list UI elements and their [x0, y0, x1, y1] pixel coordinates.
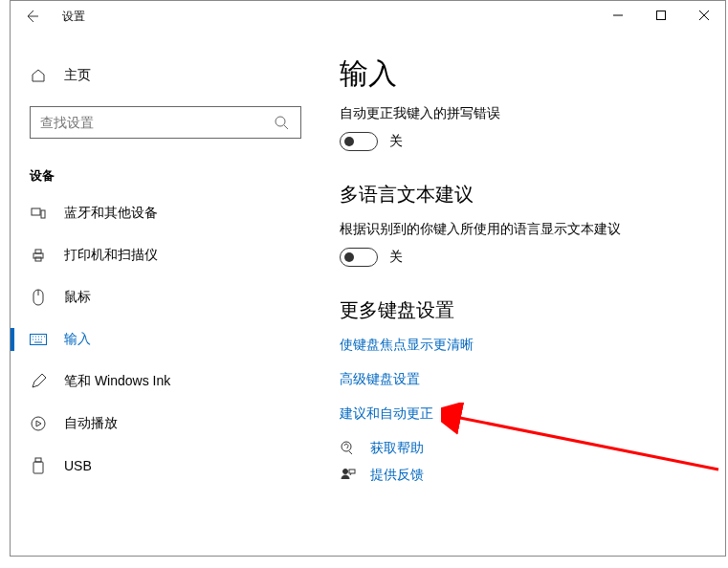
sidebar-group-header: 设备: [30, 167, 317, 185]
mouse-icon: [30, 289, 47, 306]
search-input[interactable]: [40, 115, 272, 130]
back-button[interactable]: [11, 1, 53, 32]
feedback-icon: [340, 468, 357, 483]
arrow-left-icon: [24, 9, 39, 24]
sidebar-item-printers[interactable]: 打印机和扫描仪: [11, 234, 317, 276]
svg-point-10: [32, 417, 45, 430]
sidebar-item-bluetooth[interactable]: 蓝牙和其他设备: [11, 192, 317, 234]
sidebar-item-label: 鼠标: [64, 289, 91, 306]
titlebar: 设置: [11, 1, 725, 32]
multilang-desc: 根据识别到的你键入所使用的语言显示文本建议: [340, 221, 695, 238]
sidebar-item-label: 打印机和扫描仪: [64, 247, 158, 264]
window-controls: [596, 1, 725, 30]
home-link[interactable]: 主页: [11, 58, 317, 93]
sidebar-item-autoplay[interactable]: 自动播放: [11, 403, 317, 445]
home-icon: [30, 68, 47, 83]
maximize-icon: [656, 11, 666, 20]
sidebar-item-label: 输入: [64, 331, 91, 348]
autocorrect-toggle[interactable]: [340, 132, 378, 151]
sidebar-item-label: 笔和 Windows Ink: [64, 373, 170, 390]
maximize-button[interactable]: [639, 1, 682, 30]
get-help-row: 获取帮助: [340, 440, 695, 457]
sidebar-item-label: 自动播放: [64, 415, 118, 432]
minimize-icon: [613, 11, 623, 20]
usb-icon: [30, 457, 47, 474]
settings-window: 设置 主页: [10, 0, 726, 557]
multilang-state: 关: [389, 249, 403, 266]
svg-rect-11: [35, 458, 41, 462]
svg-rect-15: [349, 470, 355, 473]
multilang-title: 多语言文本建议: [340, 182, 695, 208]
multilang-toggle-row: 关: [340, 248, 695, 267]
pen-icon: [30, 374, 47, 389]
page-title: 输入: [340, 55, 695, 94]
more-keyboard-title: 更多键盘设置: [340, 297, 695, 323]
printer-icon: [30, 248, 47, 263]
svg-point-1: [276, 117, 285, 126]
autocorrect-toggle-row: 关: [340, 132, 695, 151]
autocorrect-state: 关: [389, 133, 403, 150]
toggle-knob: [344, 252, 354, 262]
sidebar-item-typing[interactable]: 输入: [11, 318, 317, 360]
sidebar-item-label: USB: [64, 458, 92, 473]
svg-rect-3: [41, 210, 45, 218]
svg-point-14: [343, 470, 348, 474]
keyboard-icon: [30, 334, 47, 345]
sidebar: 主页 设备 蓝牙和其他设备 打印机和扫描仪: [11, 32, 317, 556]
autoplay-icon: [30, 416, 47, 431]
devices-icon: [30, 206, 47, 221]
svg-rect-12: [33, 462, 43, 473]
search-box[interactable]: [30, 106, 301, 139]
close-icon: [699, 11, 709, 20]
help-icon: [340, 441, 357, 456]
sidebar-item-label: 蓝牙和其他设备: [64, 205, 158, 222]
sidebar-item-pen[interactable]: 笔和 Windows Ink: [11, 360, 317, 403]
autocorrect-label: 自动更正我键入的拼写错误: [340, 105, 695, 122]
link-keyboard-focus[interactable]: 使键盘焦点显示更清晰: [340, 337, 474, 354]
content-area: 主页 设备 蓝牙和其他设备 打印机和扫描仪: [11, 32, 725, 556]
window-title: 设置: [62, 9, 85, 25]
sidebar-item-mouse[interactable]: 鼠标: [11, 276, 317, 318]
svg-rect-0: [656, 11, 665, 20]
toggle-knob: [344, 137, 354, 146]
minimize-button[interactable]: [596, 1, 639, 30]
link-suggestions-autocorrect[interactable]: 建议和自动更正: [340, 405, 433, 423]
main-panel: 输入 自动更正我键入的拼写错误 关 多语言文本建议 根据识别到的你键入所使用的语…: [317, 32, 725, 556]
sidebar-item-usb[interactable]: USB: [11, 445, 317, 487]
get-help-link[interactable]: 获取帮助: [370, 440, 424, 457]
link-advanced-keyboard[interactable]: 高级键盘设置: [340, 371, 420, 388]
feedback-link[interactable]: 提供反馈: [370, 467, 424, 484]
svg-rect-5: [35, 250, 41, 253]
home-label: 主页: [64, 67, 91, 84]
feedback-row: 提供反馈: [340, 467, 695, 484]
multilang-toggle[interactable]: [340, 248, 378, 267]
close-button[interactable]: [682, 1, 725, 30]
svg-rect-2: [32, 208, 40, 215]
search-icon: [272, 115, 291, 130]
